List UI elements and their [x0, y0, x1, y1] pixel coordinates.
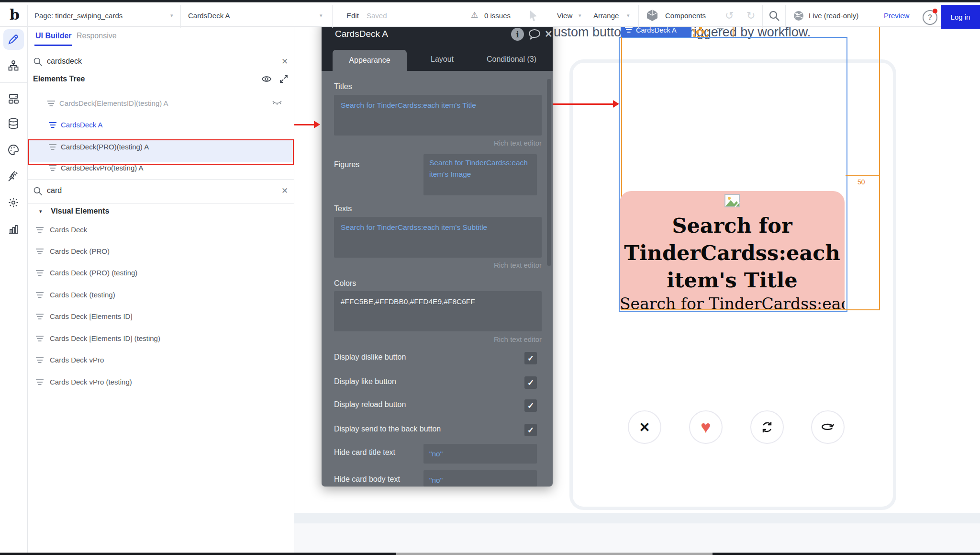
close-icon[interactable]: ✕: [545, 28, 553, 40]
saved-status: Saved: [367, 11, 387, 20]
eye-icon[interactable]: [261, 75, 272, 83]
annotation-highlight-box: [28, 139, 294, 165]
chevron-down-icon[interactable]: ▾: [320, 12, 323, 19]
checkbox-label: Display send to the back button: [334, 425, 441, 433]
redo-icon[interactable]: ↻: [746, 10, 755, 22]
hide-body-label: Hide card body text: [334, 475, 400, 484]
library-search-input[interactable]: card: [47, 186, 62, 195]
check-icon: ✓: [527, 353, 534, 363]
visual-element-label[interactable]: Cards Deck [Elements ID]: [50, 312, 133, 320]
tinder-card[interactable]: Search for TinderCardss:each item's Titl…: [620, 191, 845, 309]
checkbox-label: Display dislike button: [334, 353, 406, 362]
figures-field[interactable]: Search for TinderCardss:each item's Imag…: [423, 154, 537, 195]
visual-element-label[interactable]: Cards Deck (PRO): [50, 247, 110, 255]
dislike-checkbox[interactable]: ✓: [524, 352, 537, 364]
reusable-elements-icon[interactable]: [8, 93, 19, 104]
library-search-row: card ✕: [27, 180, 294, 204]
bubble-logo[interactable]: b: [10, 6, 20, 23]
login-button[interactable]: Log in: [941, 5, 980, 29]
live-status[interactable]: Live (read-only): [809, 11, 858, 20]
notification-dot: [933, 9, 937, 13]
property-editor-title: CardsDeck A: [335, 29, 388, 39]
search-icon[interactable]: [768, 10, 780, 22]
visual-element-label[interactable]: Cards Deck (testing): [50, 291, 115, 299]
workflow-icon[interactable]: [8, 60, 19, 71]
divider: [27, 5, 28, 28]
rich-text-editor-link[interactable]: Rich text editor: [334, 261, 542, 269]
undo-icon[interactable]: ↺: [725, 10, 734, 22]
tree-item-label[interactable]: CardsDeck[ElementsID](testing) A: [59, 99, 168, 107]
chevron-down-icon[interactable]: ▾: [170, 12, 173, 19]
horizontal-scrollbar-thumb[interactable]: [396, 553, 713, 555]
hide-body-field[interactable]: "no": [423, 470, 537, 487]
visual-element-label[interactable]: Cards Deck vPro: [50, 356, 104, 364]
visual-element-label[interactable]: Cards Deck [Elements ID] (testing): [50, 334, 160, 342]
rich-text-editor-link[interactable]: Rich text editor: [334, 335, 542, 343]
collapse-caret-icon[interactable]: ▾: [39, 208, 42, 215]
element-selector[interactable]: CardsDeck A: [188, 11, 230, 20]
divider: [718, 5, 718, 28]
settings-gear-icon[interactable]: [8, 197, 19, 208]
app-window: ustom buttons that are triggered by work…: [0, 0, 980, 555]
tab-layout[interactable]: Layout: [431, 55, 454, 64]
tab-appearance[interactable]: Appearance: [333, 50, 407, 71]
tree-item-label[interactable]: CardsDeck A: [61, 121, 103, 129]
reload-checkbox[interactable]: ✓: [524, 399, 537, 412]
view-menu[interactable]: View: [557, 11, 572, 20]
like-button[interactable]: ♥: [689, 410, 723, 444]
styles-palette-icon[interactable]: [8, 144, 19, 156]
send-to-back-button[interactable]: [811, 410, 845, 444]
divider: [785, 5, 786, 28]
panel-scrollbar-thumb[interactable]: [547, 79, 551, 266]
design-pencil-icon[interactable]: [8, 34, 19, 45]
hidden-eye-icon[interactable]: [272, 99, 282, 106]
comment-bubble-icon[interactable]: [528, 29, 541, 40]
components-menu[interactable]: Components: [665, 11, 706, 20]
tab-conditional[interactable]: Conditional (3): [487, 55, 536, 64]
logs-chart-icon[interactable]: [8, 223, 19, 235]
clear-search-icon[interactable]: ✕: [281, 186, 288, 196]
database-icon[interactable]: [8, 118, 19, 130]
page-selector[interactable]: Page: tinder_swiping_cards: [34, 11, 122, 20]
like-checkbox[interactable]: ✓: [524, 376, 537, 389]
dislike-button[interactable]: ✕: [628, 410, 661, 444]
send-to-back-checkbox[interactable]: ✓: [524, 424, 537, 436]
visual-elements-title[interactable]: Visual Elements: [51, 207, 109, 215]
check-icon: ✓: [527, 378, 534, 388]
texts-field[interactable]: Search for TinderCardss:each item's Subt…: [334, 217, 542, 258]
arrange-menu[interactable]: Arrange: [593, 11, 619, 20]
visual-element-label[interactable]: Cards Deck: [50, 226, 87, 234]
reload-icon: [760, 420, 774, 434]
titles-field[interactable]: Search for TinderCardss:each item's Titl…: [334, 95, 542, 136]
checkbox-label: Display like button: [334, 377, 396, 386]
globe-icon: [793, 11, 804, 21]
send-to-back-icon: [821, 422, 835, 432]
plugins-icon[interactable]: [8, 170, 19, 182]
tab-ui-builder[interactable]: UI Builder: [35, 32, 72, 40]
divider: [332, 5, 333, 28]
preview-link[interactable]: Preview: [884, 11, 909, 20]
edit-menu[interactable]: Edit: [346, 11, 359, 20]
reload-button[interactable]: [750, 410, 784, 444]
divider: [180, 5, 181, 28]
search-icon: [33, 57, 43, 67]
card-title: Search for TinderCardss:each item's Titl…: [620, 212, 845, 294]
expand-icon[interactable]: [279, 75, 288, 83]
tree-item-label[interactable]: CardsDeckvPro(testing) A: [61, 164, 144, 172]
hide-title-field[interactable]: "no": [423, 444, 537, 464]
rich-text-editor-link[interactable]: Rich text editor: [334, 139, 542, 147]
elements-search-input[interactable]: cardsdeck: [47, 57, 82, 66]
chevron-down-icon[interactable]: ▾: [627, 12, 630, 19]
chevron-down-icon[interactable]: ▾: [579, 12, 581, 19]
issues-counter[interactable]: 0 issues: [484, 11, 511, 20]
cards-deck-icon: [48, 165, 57, 172]
colors-field[interactable]: #FFC5BE,#FFDBB0,#FFD4E9,#F8C6FF: [334, 291, 542, 331]
tab-responsive[interactable]: Responsive: [77, 32, 117, 40]
visual-element-label[interactable]: Cards Deck vPro (testing): [50, 378, 132, 386]
cards-deck-icon: [47, 101, 56, 107]
info-icon[interactable]: i: [511, 28, 524, 41]
cursor-tool-icon[interactable]: [528, 10, 539, 22]
property-editor: CardsDeck A i ✕ Appearance Layout Condit…: [322, 19, 553, 487]
visual-element-label[interactable]: Cards Deck (PRO) (testing): [50, 269, 137, 277]
clear-search-icon[interactable]: ✕: [281, 57, 288, 67]
